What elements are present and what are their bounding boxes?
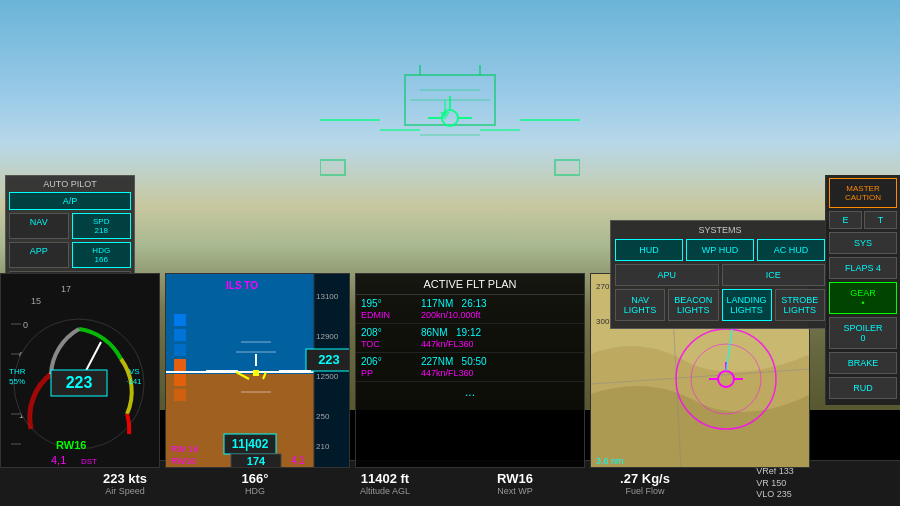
flt-plan-title: ACTIVE FLT PLAN xyxy=(356,274,584,295)
systems-row-1: HUD WP HUD AC HUD xyxy=(615,239,825,261)
flt-hdg-3: 206° PP xyxy=(361,356,421,378)
svg-text:17: 17 xyxy=(61,284,71,294)
ac-hud-button[interactable]: AC HUD xyxy=(757,239,825,261)
svg-text:3,6 nm: 3,6 nm xyxy=(596,456,624,466)
svg-text:0: 0 xyxy=(23,320,28,330)
camera-icon[interactable] xyxy=(30,474,60,494)
svg-rect-67 xyxy=(174,359,186,371)
globe-icon[interactable] xyxy=(840,474,870,494)
svg-text:RW16: RW16 xyxy=(56,439,86,451)
flt-hdg-2: 208° TOC xyxy=(361,327,421,349)
right-panel: MASTERCAUTION E T SYS FLAPS 4 GEAR• SPOI… xyxy=(825,175,900,405)
vref-display: VRef 133VR 150VLO 235 xyxy=(710,466,840,501)
svg-rect-69 xyxy=(174,389,186,401)
apu-button[interactable]: APU xyxy=(615,264,719,286)
nav-button[interactable]: NAV xyxy=(9,213,69,239)
flt-dist-3: 227NM 50:50 447kn/FL360 xyxy=(421,356,579,378)
systems-row-2: APU ICE xyxy=(615,264,825,286)
svg-text:270: 270 xyxy=(596,282,610,291)
hud-button[interactable]: HUD xyxy=(615,239,683,261)
flaps-button[interactable]: FLAPS 4 xyxy=(829,257,897,279)
app-button[interactable]: APP xyxy=(9,242,69,268)
flt-row-2: 208° TOC 86NM 19:12 447kn/FL360 xyxy=(356,324,584,353)
spd-button[interactable]: SPD218 xyxy=(72,213,132,239)
fuelflow-label: Fuel Flow xyxy=(625,486,664,496)
svg-text:VS: VS xyxy=(129,367,140,376)
landing-lights-button[interactable]: LANDINGLIGHTS xyxy=(722,289,772,321)
airspeed-label: Air Speed xyxy=(105,486,145,496)
svg-text:THR: THR xyxy=(9,367,26,376)
svg-rect-64 xyxy=(174,314,186,326)
flt-hdg-1: 195° EDMIN xyxy=(361,298,421,320)
svg-text:250: 250 xyxy=(316,412,330,421)
ap-button[interactable]: A/P xyxy=(9,192,131,210)
svg-text:RW16: RW16 xyxy=(171,456,196,466)
svg-text:·141: ·141 xyxy=(126,377,142,386)
adi-container: ILS TO 13100 12900 12500 250 210 223 xyxy=(165,273,350,468)
svg-text:300: 300 xyxy=(596,317,610,326)
systems-panel: SYSTEMS HUD WP HUD AC HUD APU ICE NAVLIG… xyxy=(610,220,830,329)
flt-row-3: 206° PP 227NM 50:50 447kn/FL360 xyxy=(356,353,584,382)
flt-dist-2: 86NM 19:12 447kn/FL360 xyxy=(421,327,579,349)
spoiler-button[interactable]: SPOILER0 xyxy=(829,317,897,349)
svg-text:4,1: 4,1 xyxy=(51,454,66,466)
svg-text:15: 15 xyxy=(31,296,41,306)
svg-text:55%: 55% xyxy=(9,377,25,386)
strobe-lights-button[interactable]: STROBELIGHTS xyxy=(775,289,825,321)
svg-text:210: 210 xyxy=(316,442,330,451)
altitude-value: 11402 ft xyxy=(361,471,409,486)
flt-row-1: 195° EDMIN 117NM 26:13 200kn/10.000ft xyxy=(356,295,584,324)
nextwp-value: RW16 xyxy=(497,471,533,486)
altitude-display: 11402 ft Altitude AGL xyxy=(320,471,450,496)
e-button[interactable]: E xyxy=(829,211,862,229)
gear-button[interactable]: GEAR• xyxy=(829,282,897,314)
svg-text:12900: 12900 xyxy=(316,332,339,341)
nav-lights-button[interactable]: NAVLIGHTS xyxy=(615,289,665,321)
master-caution[interactable]: MASTERCAUTION xyxy=(829,178,897,208)
systems-title: SYSTEMS xyxy=(615,225,825,235)
nextwp-display: RW16 Next WP xyxy=(450,471,580,496)
svg-rect-68 xyxy=(174,374,186,386)
screen-icon[interactable] xyxy=(0,474,30,494)
flt-dist-1: 117NM 26:13 200kn/10.000ft xyxy=(421,298,579,320)
svg-rect-66 xyxy=(174,344,186,356)
systems-row-3: NAVLIGHTS BEACONLIGHTS LANDINGLIGHTS STR… xyxy=(615,289,825,321)
pause-icon[interactable] xyxy=(870,474,900,494)
svg-text:174: 174 xyxy=(247,455,266,467)
svg-text:ILS TO: ILS TO xyxy=(226,280,258,291)
asi-gauge: 0 6 12 18 223 THR 55% VS ·141 15 17 xyxy=(0,273,160,468)
svg-text:11|402: 11|402 xyxy=(232,437,269,451)
svg-text:223: 223 xyxy=(66,374,93,391)
rud-button[interactable]: RUD xyxy=(829,377,897,399)
flt-more: ... xyxy=(356,382,584,402)
fuelflow-value: .27 Kg/s xyxy=(620,471,670,486)
fuelflow-display: .27 Kg/s Fuel Flow xyxy=(580,471,710,496)
nextwp-label: Next WP xyxy=(497,486,533,496)
airspeed-display: 223 kts Air Speed xyxy=(60,471,190,496)
heading-label: HDG xyxy=(245,486,265,496)
ap-title: AUTO PILOT xyxy=(9,179,131,189)
heading-value: 166° xyxy=(242,471,269,486)
sys-button[interactable]: SYS xyxy=(829,232,897,254)
wp-hud-button[interactable]: WP HUD xyxy=(686,239,754,261)
ice-button[interactable]: ICE xyxy=(722,264,826,286)
altitude-label: Altitude AGL xyxy=(360,486,410,496)
svg-text:223: 223 xyxy=(318,352,340,367)
brake-button[interactable]: BRAKE xyxy=(829,352,897,374)
airspeed-value: 223 kts xyxy=(103,471,147,486)
beacon-lights-button[interactable]: BEACONLIGHTS xyxy=(668,289,718,321)
svg-text:13100: 13100 xyxy=(316,292,339,301)
heading-display: 166° HDG xyxy=(190,471,320,496)
svg-text:12500: 12500 xyxy=(316,372,339,381)
vref-value: VRef 133VR 150VLO 235 xyxy=(756,466,794,501)
svg-text:DST: DST xyxy=(81,457,97,466)
svg-text:4,1: 4,1 xyxy=(291,455,305,466)
svg-rect-65 xyxy=(174,329,186,341)
t-button[interactable]: T xyxy=(864,211,897,229)
flt-plan-panel: ACTIVE FLT PLAN 195° EDMIN 117NM 26:13 2… xyxy=(355,273,585,468)
svg-text:RW 16: RW 16 xyxy=(171,444,198,454)
svg-rect-60 xyxy=(253,370,259,376)
hdg-button[interactable]: HDG166 xyxy=(72,242,132,268)
